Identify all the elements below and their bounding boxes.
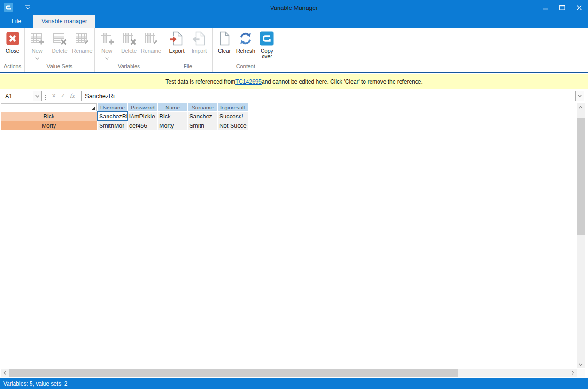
scroll-right-icon[interactable] (569, 369, 577, 377)
refresh-button[interactable]: Refresh (235, 31, 256, 54)
cell-d1[interactable]: Sanchez (188, 112, 217, 121)
scroll-left-icon[interactable] (1, 369, 8, 377)
cell-a1-selected[interactable]: SanchezRi (98, 112, 127, 121)
close-action-icon (5, 31, 20, 46)
cell-a2[interactable]: SmithMor (98, 121, 127, 130)
tab-variable-manager[interactable]: Variable manager (33, 15, 95, 28)
variable-rename-icon (144, 31, 159, 46)
notice-prefix: Test data is referenced from (165, 78, 235, 85)
clear-label: Clear (218, 48, 231, 54)
export-button[interactable]: Export (165, 31, 188, 54)
cancel-entry-icon: ✕ (52, 93, 56, 99)
ribbon: Close Actions New Delete (0, 28, 588, 73)
copy-over-icon (259, 31, 274, 46)
column-header-surname[interactable]: Surname (188, 103, 217, 111)
close-button-label: Close (6, 48, 19, 54)
valueset-rename-button: Rename (71, 31, 93, 54)
variable-delete-button: Delete (118, 31, 140, 54)
reference-notice-bar: Test data is referenced from TC142695 an… (0, 74, 588, 89)
ribbon-group-value-sets: New Delete Rename Value Sets (25, 28, 95, 72)
column-header-loginresult[interactable]: loginresult (218, 103, 248, 111)
valueset-delete-label: Delete (52, 48, 67, 54)
scroll-up-icon[interactable] (577, 103, 585, 111)
cell-b2[interactable]: def456 (128, 121, 157, 130)
copy-over-button[interactable]: Copy over (256, 31, 278, 59)
ribbon-group-file: Export Import File (163, 28, 213, 72)
ribbon-group-content: Clear Refresh Copy over Content (213, 28, 279, 72)
status-bar: Variables: 5, value sets: 2 (0, 378, 588, 389)
close-window-button[interactable] (571, 0, 588, 15)
select-all-corner[interactable] (1, 103, 97, 111)
window-title: Variable Manager (0, 4, 588, 11)
vertical-scroll-thumb[interactable] (577, 118, 585, 235)
select-all-triangle-icon (92, 106, 95, 110)
quick-access-separator (18, 4, 18, 11)
column-header-name[interactable]: Name (158, 103, 187, 111)
variable-rename-button: Rename (140, 31, 162, 54)
ribbon-group-actions: Close Actions (0, 28, 25, 72)
group-label-variables: Variables (96, 63, 162, 72)
export-icon (169, 31, 184, 46)
cell-reference-dropdown[interactable] (33, 91, 41, 101)
variable-delete-label: Delete (121, 48, 137, 54)
formula-buttons-group: ✕ ✓ fx (49, 91, 77, 101)
cell-c1[interactable]: Rick (158, 112, 187, 121)
valueset-new-icon (30, 31, 45, 46)
variable-manager-window: Variable Manager File Variable manager C… (0, 0, 588, 389)
cell-b1[interactable]: iAmPickle (128, 112, 157, 121)
formula-bar-handle[interactable] (45, 93, 46, 100)
export-label: Export (169, 48, 184, 54)
quick-access-customize-icon[interactable] (23, 2, 33, 13)
formula-bar-expand-dropdown[interactable] (575, 91, 584, 101)
grid-row-morty: Morty SmithMor def456 Morty Smith Not Su… (1, 121, 576, 130)
group-label-content: Content (214, 63, 278, 72)
cell-d2[interactable]: Smith (188, 121, 217, 130)
valueset-new-label: New (31, 48, 42, 54)
titlebar: Variable Manager (0, 0, 588, 15)
import-button: Import (188, 31, 210, 54)
horizontal-scrollbar[interactable] (1, 369, 577, 377)
valueset-delete-icon (52, 31, 67, 46)
tab-file[interactable]: File (5, 15, 28, 28)
group-label-file: File (164, 63, 211, 72)
ribbon-tab-row: File Variable manager (0, 15, 588, 28)
horizontal-scroll-thumb[interactable] (9, 369, 458, 377)
group-label-value-sets: Value Sets (26, 63, 93, 72)
cell-e1[interactable]: Success! (218, 112, 248, 121)
insert-function-icon: fx (70, 93, 75, 99)
scroll-down-icon[interactable] (577, 361, 585, 368)
notice-suffix: and cannot be edited here. Click 'Clear'… (262, 78, 423, 85)
variable-delete-icon (122, 31, 137, 46)
vertical-scrollbar[interactable] (577, 103, 585, 368)
formula-input[interactable]: SanchezRi (81, 91, 575, 101)
cell-c2[interactable]: Morty (158, 121, 187, 130)
valueset-delete-button: Delete (48, 31, 71, 54)
column-header-username[interactable]: Username (98, 103, 127, 111)
maximize-button[interactable] (554, 0, 571, 15)
group-label-actions: Actions (1, 63, 23, 72)
cell-reference-box[interactable]: A1 (2, 91, 42, 101)
valueset-rename-label: Rename (72, 48, 92, 54)
test-case-link[interactable]: TC142695 (235, 78, 262, 85)
grid-row-rick: Rick SanchezRi iAmPickle Rick Sanchez Su… (1, 112, 576, 121)
value-set-grid: Username Password Name Surname loginresu… (1, 103, 576, 368)
cell-e2[interactable]: Not Succe (218, 121, 248, 130)
clear-icon (217, 31, 232, 46)
row-header-rick[interactable]: Rick (1, 112, 97, 121)
column-header-password[interactable]: Password (128, 103, 157, 111)
chevron-down-icon (105, 55, 109, 58)
copy-over-label: Copy over (256, 48, 278, 59)
minimize-button[interactable] (537, 0, 554, 15)
window-controls (537, 0, 588, 15)
clear-button[interactable]: Clear (214, 31, 235, 54)
cell-reference-value: A1 (2, 93, 33, 100)
formula-bar: A1 ✕ ✓ fx SanchezRi (0, 89, 588, 103)
refresh-icon (238, 31, 253, 46)
refresh-label: Refresh (236, 48, 255, 54)
status-text: Variables: 5, value sets: 2 (3, 381, 68, 387)
valueset-rename-icon (75, 31, 90, 46)
variable-new-label: New (101, 48, 112, 54)
grid-header-row: Username Password Name Surname loginresu… (1, 103, 576, 111)
close-button[interactable]: Close (1, 31, 23, 54)
row-header-morty[interactable]: Morty (1, 121, 97, 130)
